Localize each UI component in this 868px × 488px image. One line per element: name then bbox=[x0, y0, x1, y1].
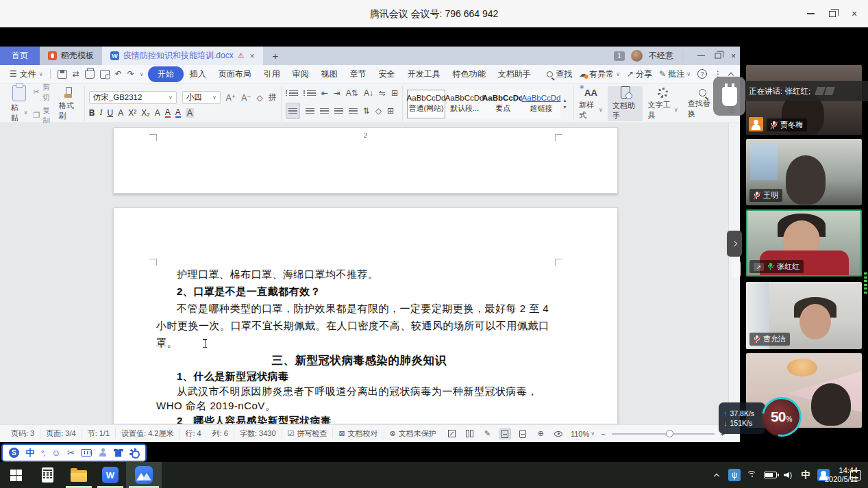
char-scale-icon[interactable]: A⇅ bbox=[346, 88, 358, 98]
show-marks-icon[interactable]: ⊞ bbox=[391, 88, 398, 98]
borders-icon[interactable]: ⊞ bbox=[387, 106, 394, 116]
sidebar-collapse-button[interactable] bbox=[727, 231, 742, 257]
menu-dev-tools[interactable]: 开发工具 bbox=[401, 68, 447, 80]
wps-close-icon[interactable]: × bbox=[731, 51, 736, 61]
taskbar-clock[interactable]: 14:442020/5/11 bbox=[832, 462, 850, 488]
restore-button[interactable] bbox=[821, 4, 843, 23]
help-icon[interactable]: ? bbox=[697, 69, 707, 79]
notification-badge[interactable]: 1 bbox=[614, 51, 625, 61]
align-left-button[interactable] bbox=[286, 103, 300, 119]
redo-icon[interactable]: ↷ bbox=[127, 69, 134, 79]
eye-protect-button[interactable] bbox=[553, 428, 565, 439]
taskbar-wps[interactable]: W bbox=[95, 462, 126, 488]
increase-indent-icon[interactable]: ⇥ bbox=[334, 88, 340, 98]
copy-button[interactable]: ❐复制 bbox=[33, 105, 53, 126]
menu-start[interactable]: 开始 bbox=[148, 66, 184, 82]
italic-button[interactable]: I bbox=[99, 107, 102, 118]
tab-home[interactable]: 首页 bbox=[0, 47, 40, 65]
print-preview-icon[interactable] bbox=[100, 70, 110, 79]
menu-reference[interactable]: 引用 bbox=[258, 68, 286, 80]
sort-icon[interactable]: A↓ bbox=[364, 88, 373, 98]
justify-button[interactable] bbox=[334, 108, 343, 114]
menu-section[interactable]: 章节 bbox=[344, 68, 373, 80]
tab-document[interactable]: W 疫情防控知识和技能培训.docx ⚠ × bbox=[102, 47, 263, 65]
ime-account-icon[interactable] bbox=[99, 448, 107, 457]
new-tab-button[interactable]: + bbox=[263, 47, 288, 65]
ime-settings-icon[interactable] bbox=[129, 448, 139, 458]
tab-docer[interactable]: 稻壳模板 bbox=[40, 47, 102, 65]
char-border-button[interactable]: A bbox=[155, 108, 160, 118]
numbering-icon[interactable] bbox=[307, 90, 316, 97]
menu-page-layout[interactable]: 页面布局 bbox=[212, 68, 258, 80]
ime-punct-toggle[interactable]: °, bbox=[41, 449, 45, 457]
char-shading-button[interactable]: A bbox=[186, 108, 194, 118]
superscript-button[interactable]: X² bbox=[128, 108, 136, 118]
tray-expand-button[interactable] bbox=[708, 462, 726, 488]
video-tile-wangming[interactable]: 王明 bbox=[746, 139, 862, 205]
shrink-font-icon[interactable]: A⁻ bbox=[241, 93, 251, 103]
status-words[interactable]: 字数: 3430 bbox=[234, 428, 282, 439]
underline-button[interactable]: U bbox=[107, 108, 113, 118]
protect-status[interactable]: ⊗文档未保护 bbox=[384, 428, 442, 439]
font-size-select[interactable]: 小四∨ bbox=[182, 91, 221, 104]
taskbar-tencent-meeting[interactable] bbox=[126, 462, 162, 488]
ime-scissors-icon[interactable]: ✂ bbox=[67, 448, 75, 458]
subscript-button[interactable]: X₂ bbox=[141, 108, 150, 118]
font-color-button[interactable]: A bbox=[165, 108, 171, 118]
bold-button[interactable]: B bbox=[89, 108, 95, 118]
highlight-color-button[interactable]: A bbox=[175, 108, 181, 118]
zoom-slider[interactable] bbox=[612, 433, 715, 435]
tray-battery[interactable] bbox=[761, 462, 779, 488]
text-tool-button[interactable]: 文字工具∨ bbox=[643, 86, 682, 121]
grow-font-icon[interactable]: A⁺ bbox=[226, 93, 236, 103]
styles-down-icon[interactable]: ▼ bbox=[562, 105, 567, 110]
shading-icon[interactable]: ◇ bbox=[375, 106, 382, 116]
scrollbar-thumb[interactable] bbox=[732, 259, 741, 279]
zoom-slider-knob[interactable] bbox=[666, 430, 673, 437]
start-button[interactable] bbox=[0, 462, 32, 488]
paste-button[interactable]: 粘贴∨ bbox=[8, 85, 30, 123]
tray-volume[interactable]: ) bbox=[779, 462, 797, 488]
usb-device-popup[interactable] bbox=[713, 77, 745, 116]
styles-up-icon[interactable]: ▲ bbox=[562, 98, 567, 103]
line-spacing-icon[interactable]: ⇅ bbox=[363, 106, 370, 116]
close-button[interactable]: × bbox=[843, 4, 865, 23]
two-page-view-button[interactable] bbox=[464, 428, 475, 439]
style-default[interactable]: AaBbCcDd 默认段... bbox=[445, 90, 484, 118]
proofread-toggle[interactable]: ⊠文档校对 bbox=[333, 428, 384, 439]
menu-review[interactable]: 审阅 bbox=[286, 68, 315, 80]
user-name[interactable]: 不经意 bbox=[649, 50, 673, 62]
pinyin-icon[interactable]: 拼 bbox=[269, 92, 277, 103]
style-keypoint[interactable]: AaBbCcDd 要点 bbox=[484, 90, 522, 118]
align-center-button[interactable] bbox=[306, 108, 314, 114]
emoji-icon[interactable]: ☺ bbox=[51, 448, 60, 458]
font-name-select[interactable]: 仿宋_GB2312∨ bbox=[89, 91, 177, 104]
outline-view-button[interactable] bbox=[517, 428, 529, 439]
menu-view[interactable]: 视图 bbox=[315, 68, 344, 80]
qat-caret-icon[interactable]: ∨ bbox=[140, 71, 144, 77]
doc-assistant-button[interactable]: 文档助手 bbox=[608, 86, 643, 121]
action-center-button[interactable] bbox=[850, 462, 868, 488]
tab-close-icon[interactable]: × bbox=[250, 51, 255, 61]
cjk-layout-icon[interactable]: ⇋ bbox=[379, 88, 386, 98]
distribute-button[interactable] bbox=[349, 108, 358, 114]
keyboard-icon[interactable] bbox=[81, 449, 92, 457]
wps-minimize-icon[interactable] bbox=[697, 55, 705, 57]
print-icon[interactable] bbox=[85, 70, 95, 79]
wps-restore-icon[interactable] bbox=[715, 53, 721, 58]
ink-view-button[interactable]: ✎ bbox=[482, 428, 493, 439]
decrease-indent-icon[interactable]: ⇤ bbox=[321, 88, 328, 98]
zoom-level[interactable]: 110%∨ bbox=[571, 430, 595, 438]
web-view-button[interactable]: ⊕ bbox=[535, 428, 547, 439]
convert-icon[interactable]: ⇄ bbox=[73, 69, 79, 79]
spellcheck-toggle[interactable]: ☑拼写检查 bbox=[282, 428, 334, 439]
ime-skin-icon[interactable] bbox=[114, 449, 123, 457]
ime-lang-toggle[interactable]: 中 bbox=[25, 447, 34, 459]
style-normal[interactable]: AaBbCcDd 普通(网站) bbox=[407, 90, 445, 118]
undo-icon[interactable]: ↶ bbox=[115, 69, 122, 79]
save-icon[interactable] bbox=[58, 70, 67, 79]
new-style-button[interactable]: AA 新样式∨ bbox=[574, 86, 608, 121]
menu-assistant[interactable]: 文档助手 bbox=[492, 68, 537, 80]
tray-wifi[interactable] bbox=[743, 462, 761, 488]
video-tile-zhanghonghong-active[interactable]: ↗ 张红红 bbox=[746, 209, 862, 277]
